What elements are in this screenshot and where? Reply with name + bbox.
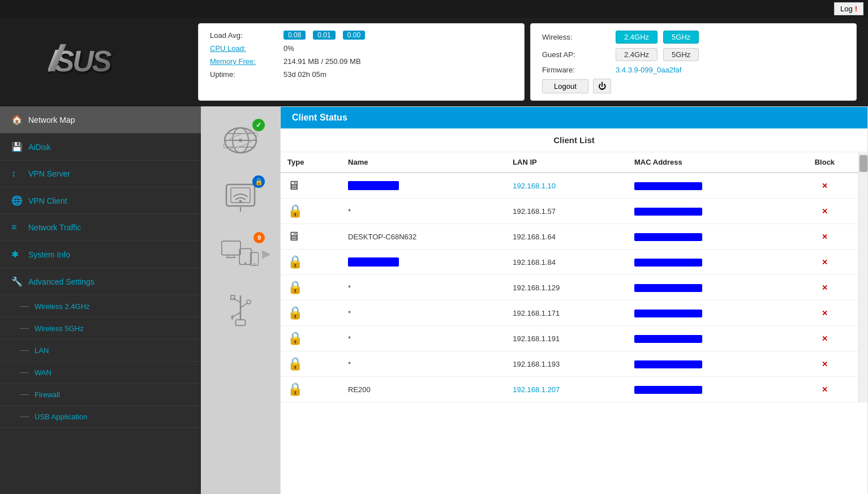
uptime-label: Uptime: (210, 70, 278, 79)
lock-icon: 🔒 (287, 356, 303, 371)
cell-mac (628, 199, 791, 224)
firmware-link[interactable]: 3.4.3.9-099_0aa2faf (616, 66, 681, 74)
badge3: 0.00 (343, 31, 365, 40)
firmware-label: Firmware: (542, 66, 610, 74)
sidebar-item-aidisk[interactable]: 💾 AiDisk (0, 134, 201, 161)
cell-name: RE200 (341, 377, 506, 402)
memory-row: Memory Free: 214.91 MB / 250.09 MB (210, 57, 513, 66)
cell-block[interactable]: ✕ (791, 275, 858, 300)
sidebar-item-vpn-client[interactable]: 🌐 VPN Client (0, 187, 201, 214)
mac-blurred (634, 182, 702, 190)
mac-blurred (634, 208, 702, 216)
sidebar-item-network-traffic[interactable]: ≡ Network Traffic (0, 214, 201, 241)
cell-type: 🔒 (281, 377, 341, 402)
table-scroll[interactable]: Type Name LAN IP MAC Address Block 🖥192.… (281, 152, 858, 402)
wireless-5ghz-button[interactable]: 5GHz (663, 31, 699, 44)
cell-block[interactable]: ✕ (791, 300, 858, 326)
sidebar-item-wireless-5[interactable]: — Wireless 5GHz (0, 317, 201, 340)
cell-type: 🔒 (281, 275, 341, 300)
firmware-row: Firmware: 3.4.3.9-099_0aa2faf (542, 66, 845, 74)
cell-type: 🔒 (281, 250, 341, 275)
col-type: Type (281, 152, 341, 173)
table-container: Type Name LAN IP MAC Address Block 🖥192.… (281, 152, 867, 402)
cell-name: * (341, 351, 506, 377)
cell-ip: 192.168.1.84 (506, 250, 628, 275)
vpn-server-icon: ↕️ (11, 169, 23, 179)
dash-icon-2: — (20, 323, 29, 333)
guest-ap-row: Guest AP: 2.4GHz 5GHz (542, 48, 845, 61)
dash-icon-4: — (20, 367, 29, 377)
scrollbar-thumb (860, 155, 867, 172)
sidebar-label-network-traffic: Network Traffic (28, 223, 81, 232)
wireless-24ghz-button[interactable]: 2.4GHz (616, 31, 658, 44)
power-button[interactable]: ⏻ (593, 79, 611, 93)
globe-status-dot: ✓ (252, 119, 265, 131)
guest-5ghz-button[interactable]: 5GHz (663, 48, 699, 61)
scrollbar[interactable] (858, 152, 867, 402)
memory-free-link[interactable]: Memory Free: (210, 57, 278, 66)
sidebar-label-advanced-settings: Advanced Settings (28, 277, 94, 286)
col-name: Name (341, 152, 506, 173)
cpu-load-link[interactable]: CPU Load: (210, 44, 278, 53)
usb-icon-box[interactable] (215, 287, 266, 333)
cell-block[interactable]: ✕ (791, 326, 858, 351)
content: ✓ 🔒 (201, 106, 868, 494)
sidebar-item-vpn-server[interactable]: ↕️ VPN Server (0, 161, 201, 187)
guest-ap-label: Guest AP: (542, 50, 610, 59)
cell-block[interactable]: ✕ (791, 224, 858, 250)
table-row: 🔒*192.168.1.57✕ (281, 199, 858, 224)
col-mac: MAC Address (628, 152, 791, 173)
sidebar-item-wan[interactable]: — WAN (0, 362, 201, 384)
logout-area: Logout ⏻ (542, 79, 845, 93)
table-row: 🔒*192.168.1.171✕ (281, 300, 858, 326)
devices-icon-box[interactable]: 9 ▶ (215, 231, 266, 276)
sidebar-item-network-map[interactable]: 🏠 Network Map (0, 106, 201, 134)
sidebar-item-usb-application[interactable]: — USB Application (0, 406, 201, 428)
mac-blurred (634, 335, 702, 343)
svg-point-12 (239, 200, 242, 203)
client-panel: Client Status Client List Type Name LAN … (280, 106, 868, 494)
sidebar-label-vpn-server: VPN Server (28, 169, 70, 178)
lock-icon: 🔒 (287, 255, 303, 269)
sidebar-item-wireless-24[interactable]: — Wireless 2.4GHz (0, 295, 201, 317)
cell-block[interactable]: ✕ (791, 199, 858, 224)
ip-link[interactable]: 192.168.1.207 (513, 385, 560, 394)
mac-blurred (634, 233, 702, 241)
cell-block[interactable]: ✕ (791, 173, 858, 199)
sidebar-item-firewall[interactable]: — Firewall (0, 384, 201, 406)
cell-block[interactable]: ✕ (791, 377, 858, 402)
sidebar-item-advanced-settings[interactable]: 🔧 Advanced Settings (0, 268, 201, 295)
globe-icon: 🌐 (11, 195, 23, 206)
wifi-icon-box[interactable]: 🔒 (215, 174, 266, 220)
svg-rect-13 (222, 241, 240, 255)
svg-line-25 (233, 312, 240, 316)
mac-blurred (634, 310, 702, 317)
ip-link[interactable]: 192.168.1.10 (513, 182, 556, 190)
sidebar-item-lan[interactable]: — LAN (0, 340, 201, 362)
sidebar-label-wan: WAN (35, 368, 51, 377)
cell-ip: 192.168.1.207 (506, 377, 628, 402)
internet-icon-box[interactable]: ✓ (215, 118, 266, 163)
logout-button[interactable]: Logout (542, 79, 588, 93)
cell-name: * (341, 300, 506, 326)
cell-name: * (341, 326, 506, 351)
cell-name: * (341, 275, 506, 300)
cell-name (341, 250, 506, 275)
sidebar-label-usb-application: USB Application (35, 413, 87, 421)
name-blurred (348, 257, 399, 267)
cell-block[interactable]: ✕ (791, 351, 858, 377)
sidebar-item-system-info[interactable]: ✱ System Info (0, 241, 201, 268)
log-button[interactable]: Log ! (834, 2, 863, 15)
dash-icon-6: — (20, 411, 29, 422)
lock-icon: 🔒 (287, 306, 303, 320)
mac-blurred (634, 360, 702, 368)
sidebar-label-wireless-5: Wireless 5GHz (35, 324, 84, 333)
sidebar-label-lan: LAN (35, 346, 49, 355)
dash-icon-1: — (20, 301, 29, 311)
cell-ip: 192.168.1.64 (506, 224, 628, 250)
cpu-load-value: 0% (283, 44, 294, 53)
wifi-status-dot: 🔒 (252, 175, 265, 188)
guest-24ghz-button[interactable]: 2.4GHz (616, 48, 658, 61)
cell-name: * (341, 199, 506, 224)
cell-block[interactable]: ✕ (791, 250, 858, 275)
